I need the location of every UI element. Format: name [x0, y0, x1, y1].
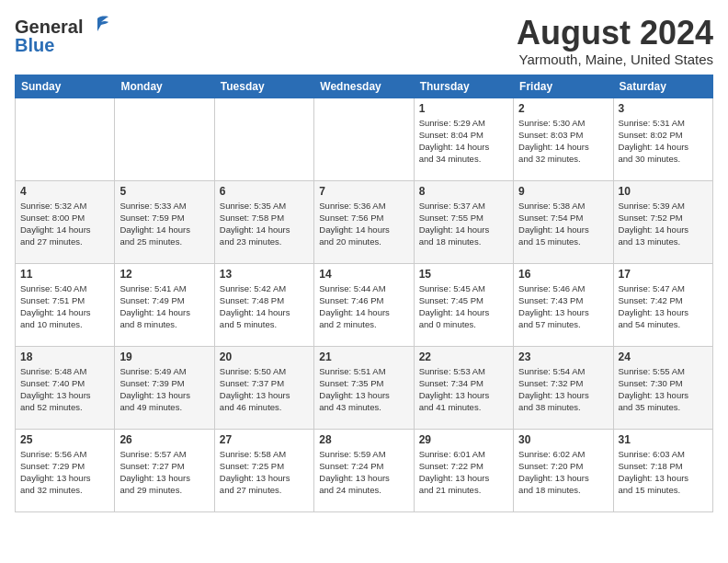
day-info: Sunrise: 5:49 AM Sunset: 7:39 PM Dayligh… [119, 365, 209, 414]
day-info: Sunrise: 5:46 AM Sunset: 7:43 PM Dayligh… [518, 282, 608, 331]
day-info: Sunrise: 5:44 AM Sunset: 7:46 PM Dayligh… [319, 282, 408, 331]
day-number: 14 [319, 268, 408, 281]
day-cell-6: 6Sunrise: 5:35 AM Sunset: 7:58 PM Daylig… [214, 180, 313, 263]
day-number: 24 [619, 350, 708, 363]
day-header-friday: Friday [514, 75, 613, 98]
day-cell-empty [115, 98, 214, 180]
week-row-4: 18Sunrise: 5:48 AM Sunset: 7:40 PM Dayli… [16, 346, 713, 429]
day-info: Sunrise: 5:32 AM Sunset: 8:00 PM Dayligh… [20, 200, 109, 248]
day-info: Sunrise: 5:35 AM Sunset: 7:58 PM Dayligh… [220, 200, 309, 248]
day-number: 5 [119, 185, 209, 198]
day-number: 17 [619, 268, 708, 281]
week-row-3: 11Sunrise: 5:40 AM Sunset: 7:51 PM Dayli… [16, 263, 713, 346]
week-row-1: 1Sunrise: 5:29 AM Sunset: 8:04 PM Daylig… [16, 98, 713, 180]
day-cell-19: 19Sunrise: 5:49 AM Sunset: 7:39 PM Dayli… [115, 346, 214, 429]
logo-bird-icon [85, 13, 110, 39]
day-cell-25: 25Sunrise: 5:56 AM Sunset: 7:29 PM Dayli… [16, 429, 115, 511]
day-cell-empty [16, 98, 115, 180]
day-info: Sunrise: 5:33 AM Sunset: 7:59 PM Dayligh… [119, 200, 209, 248]
day-cell-11: 11Sunrise: 5:40 AM Sunset: 7:51 PM Dayli… [16, 263, 115, 346]
day-number: 23 [518, 350, 608, 363]
day-number: 11 [20, 268, 109, 281]
day-cell-10: 10Sunrise: 5:39 AM Sunset: 7:52 PM Dayli… [613, 180, 712, 263]
day-number: 9 [518, 185, 608, 198]
day-cell-26: 26Sunrise: 5:57 AM Sunset: 7:27 PM Dayli… [115, 429, 214, 511]
calendar-table: SundayMondayTuesdayWednesdayThursdayFrid… [15, 75, 713, 512]
day-info: Sunrise: 5:39 AM Sunset: 7:52 PM Dayligh… [619, 200, 708, 248]
day-header-wednesday: Wednesday [314, 75, 414, 98]
day-header-tuesday: Tuesday [214, 75, 313, 98]
day-cell-4: 4Sunrise: 5:32 AM Sunset: 8:00 PM Daylig… [16, 180, 115, 263]
day-info: Sunrise: 6:01 AM Sunset: 7:22 PM Dayligh… [419, 448, 508, 497]
day-info: Sunrise: 5:50 AM Sunset: 7:37 PM Dayligh… [220, 365, 309, 414]
day-info: Sunrise: 5:47 AM Sunset: 7:42 PM Dayligh… [619, 282, 708, 331]
day-number: 21 [319, 350, 408, 363]
day-header-monday: Monday [115, 75, 214, 98]
day-info: Sunrise: 5:56 AM Sunset: 7:29 PM Dayligh… [20, 448, 109, 497]
day-number: 30 [518, 433, 608, 446]
day-number: 27 [220, 433, 309, 446]
day-info: Sunrise: 5:45 AM Sunset: 7:45 PM Dayligh… [419, 282, 508, 331]
day-cell-5: 5Sunrise: 5:33 AM Sunset: 7:59 PM Daylig… [115, 180, 214, 263]
day-info: Sunrise: 5:37 AM Sunset: 7:55 PM Dayligh… [419, 200, 508, 248]
day-info: Sunrise: 5:55 AM Sunset: 7:30 PM Dayligh… [619, 365, 708, 414]
day-number: 15 [419, 268, 508, 281]
week-row-5: 25Sunrise: 5:56 AM Sunset: 7:29 PM Dayli… [16, 429, 713, 511]
day-cell-1: 1Sunrise: 5:29 AM Sunset: 8:04 PM Daylig… [414, 98, 513, 180]
day-number: 8 [419, 185, 508, 198]
day-info: Sunrise: 5:36 AM Sunset: 7:56 PM Dayligh… [319, 200, 408, 248]
day-number: 7 [319, 185, 408, 198]
title-block: August 2024 Yarmouth, Maine, United Stat… [517, 15, 713, 67]
day-number: 20 [220, 350, 309, 363]
day-cell-18: 18Sunrise: 5:48 AM Sunset: 7:40 PM Dayli… [16, 346, 115, 429]
day-info: Sunrise: 5:48 AM Sunset: 7:40 PM Dayligh… [20, 365, 109, 414]
day-info: Sunrise: 5:53 AM Sunset: 7:34 PM Dayligh… [419, 365, 508, 414]
day-cell-7: 7Sunrise: 5:36 AM Sunset: 7:56 PM Daylig… [314, 180, 414, 263]
day-info: Sunrise: 5:51 AM Sunset: 7:35 PM Dayligh… [319, 365, 408, 414]
day-info: Sunrise: 5:54 AM Sunset: 7:32 PM Dayligh… [518, 365, 608, 414]
day-number: 16 [518, 268, 608, 281]
day-cell-20: 20Sunrise: 5:50 AM Sunset: 7:37 PM Dayli… [214, 346, 313, 429]
day-cell-16: 16Sunrise: 5:46 AM Sunset: 7:43 PM Dayli… [514, 263, 613, 346]
calendar-header-row: SundayMondayTuesdayWednesdayThursdayFrid… [16, 75, 713, 98]
day-cell-22: 22Sunrise: 5:53 AM Sunset: 7:34 PM Dayli… [414, 346, 513, 429]
day-cell-23: 23Sunrise: 5:54 AM Sunset: 7:32 PM Dayli… [514, 346, 613, 429]
day-cell-14: 14Sunrise: 5:44 AM Sunset: 7:46 PM Dayli… [314, 263, 414, 346]
day-number: 2 [518, 102, 608, 115]
day-info: Sunrise: 5:40 AM Sunset: 7:51 PM Dayligh… [20, 282, 109, 331]
logo: General Blue [15, 15, 110, 56]
day-cell-31: 31Sunrise: 6:03 AM Sunset: 7:18 PM Dayli… [613, 429, 712, 511]
day-header-saturday: Saturday [613, 75, 712, 98]
day-number: 19 [119, 350, 209, 363]
day-cell-21: 21Sunrise: 5:51 AM Sunset: 7:35 PM Dayli… [314, 346, 414, 429]
day-number: 31 [619, 433, 708, 446]
day-number: 22 [419, 350, 508, 363]
day-cell-17: 17Sunrise: 5:47 AM Sunset: 7:42 PM Dayli… [613, 263, 712, 346]
day-info: Sunrise: 5:57 AM Sunset: 7:27 PM Dayligh… [119, 448, 209, 497]
day-number: 10 [619, 185, 708, 198]
day-info: Sunrise: 6:03 AM Sunset: 7:18 PM Dayligh… [619, 448, 708, 497]
day-info: Sunrise: 6:02 AM Sunset: 7:20 PM Dayligh… [518, 448, 608, 497]
day-cell-27: 27Sunrise: 5:58 AM Sunset: 7:25 PM Dayli… [214, 429, 313, 511]
day-cell-12: 12Sunrise: 5:41 AM Sunset: 7:49 PM Dayli… [115, 263, 214, 346]
day-number: 28 [319, 433, 408, 446]
day-cell-30: 30Sunrise: 6:02 AM Sunset: 7:20 PM Dayli… [514, 429, 613, 511]
day-number: 12 [119, 268, 209, 281]
day-number: 25 [20, 433, 109, 446]
day-cell-9: 9Sunrise: 5:38 AM Sunset: 7:54 PM Daylig… [514, 180, 613, 263]
day-info: Sunrise: 5:30 AM Sunset: 8:03 PM Dayligh… [518, 117, 608, 166]
day-number: 29 [419, 433, 508, 446]
day-number: 18 [20, 350, 109, 363]
day-number: 13 [220, 268, 309, 281]
day-cell-13: 13Sunrise: 5:42 AM Sunset: 7:48 PM Dayli… [214, 263, 313, 346]
day-number: 4 [20, 185, 109, 198]
page-header: General Blue August 2024 Yarmouth, Maine… [15, 15, 713, 67]
day-info: Sunrise: 5:29 AM Sunset: 8:04 PM Dayligh… [419, 117, 508, 166]
day-number: 6 [220, 185, 309, 198]
day-cell-empty [214, 98, 313, 180]
day-info: Sunrise: 5:58 AM Sunset: 7:25 PM Dayligh… [220, 448, 309, 497]
day-cell-28: 28Sunrise: 5:59 AM Sunset: 7:24 PM Dayli… [314, 429, 414, 511]
month-title: August 2024 [517, 15, 713, 52]
week-row-2: 4Sunrise: 5:32 AM Sunset: 8:00 PM Daylig… [16, 180, 713, 263]
day-header-sunday: Sunday [16, 75, 115, 98]
